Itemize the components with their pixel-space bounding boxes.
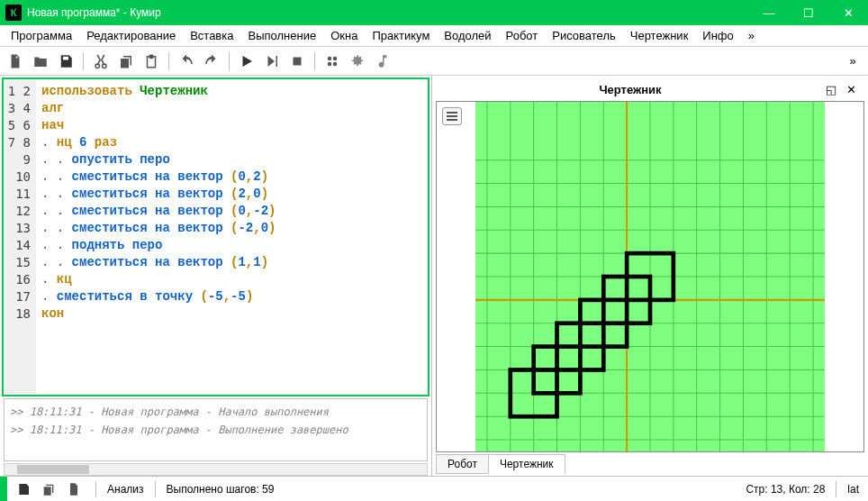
actors-button[interactable] [321,50,344,73]
menu-Выполнение[interactable]: Выполнение [240,26,323,45]
stop-button[interactable] [285,50,309,73]
minimize-button[interactable]: — [749,0,789,25]
new-file-button[interactable] [4,50,27,73]
menu-Редактирование[interactable]: Редактирование [79,26,183,45]
line-gutter: 1 2 3 4 5 6 7 8 9 10 11 12 13 14 15 16 1… [4,79,36,395]
menu-Рисователь[interactable]: Рисователь [545,26,622,45]
music-button[interactable] [371,50,394,73]
status-mode: Анализ [104,483,148,496]
cut-button[interactable] [89,50,113,73]
tab-Робот[interactable]: Робот [436,454,489,474]
save-status-icon[interactable] [13,479,34,499]
step-button[interactable] [260,50,284,73]
svg-point-0 [95,64,100,68]
toolbar: » [0,47,868,76]
svg-point-1 [103,64,107,68]
svg-rect-2 [294,57,302,65]
menu-Вставка[interactable]: Вставка [183,26,240,45]
redo-button[interactable] [200,50,223,73]
overflow-button[interactable]: » [841,50,864,73]
editor-pane: 1 2 3 4 5 6 7 8 9 10 11 12 13 14 15 16 1… [0,76,432,476]
svg-point-6 [333,61,338,66]
status-lang[interactable]: lat [844,483,863,496]
actor-pane: Чертежник ◱ ✕ РоботЧертежник [432,76,868,476]
statusbar: Анализ Выполнено шагов: 59 Стр: 13, Кол:… [0,476,868,501]
titlebar: К Новая программа* - Кумир — ☐ ✕ [0,0,868,25]
horizontal-scrollbar[interactable] [4,463,428,476]
menu-Чертежник[interactable]: Чертежник [623,26,696,45]
svg-point-5 [328,61,332,66]
canvas-menu-icon[interactable] [442,107,462,125]
copy-button[interactable] [114,50,138,73]
window-title: Новая программа* - Кумир [27,6,749,19]
output-console[interactable]: >> 18:11:31 - Новая программа - Начало в… [4,398,428,461]
doc-status-icon[interactable] [63,479,85,499]
dock-icon[interactable]: ◱ [821,79,841,99]
menu-Инфо[interactable]: Инфо [695,26,740,45]
menu-Робот[interactable]: Робот [499,26,546,45]
code-editor[interactable]: использовать Чертежникалгнач. нц 6 раз. … [36,79,428,395]
menu-Окна[interactable]: Окна [323,26,365,45]
panel-title: Чертежник [439,83,821,96]
svg-point-4 [333,56,338,60]
tab-Чертежник[interactable]: Чертежник [488,454,565,474]
close-button[interactable]: ✕ [828,0,868,25]
settings-button[interactable] [346,50,369,73]
menu-Водолей[interactable]: Водолей [437,26,498,45]
menu-Практикум[interactable]: Практикум [365,26,437,45]
svg-point-3 [328,56,332,60]
status-cursor: Стр: 13, Кол: 28 [742,483,828,496]
menubar: ПрограммаРедактированиеВставкаВыполнение… [0,25,868,47]
maximize-button[interactable]: ☐ [789,0,828,25]
menu-»[interactable]: » [741,26,762,45]
undo-button[interactable] [175,50,198,73]
app-icon: К [5,5,22,21]
drawing-canvas[interactable] [436,101,864,452]
copy-status-icon[interactable] [38,479,59,499]
open-file-button[interactable] [29,50,52,73]
run-button[interactable] [235,50,258,73]
status-steps: Выполнено шагов: 59 [163,483,278,496]
actor-tabs: РоботЧертежник [436,452,864,474]
save-button[interactable] [54,50,77,73]
close-panel-icon[interactable]: ✕ [841,79,861,99]
menu-Программа[interactable]: Программа [4,26,79,45]
paste-button[interactable] [140,50,163,73]
